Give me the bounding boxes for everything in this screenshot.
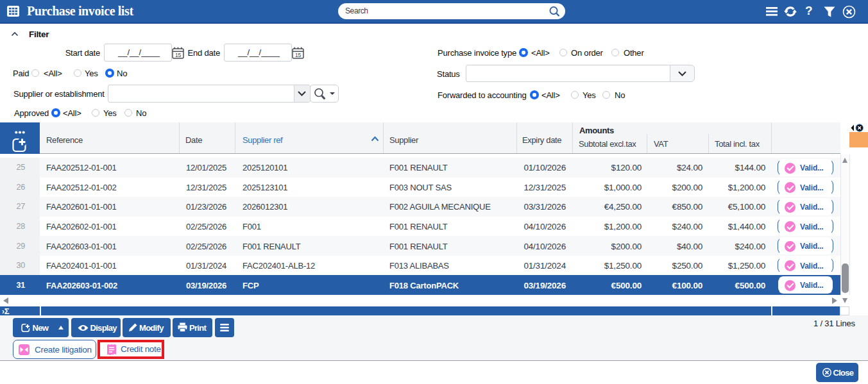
svg-text:15: 15 [295,52,302,58]
